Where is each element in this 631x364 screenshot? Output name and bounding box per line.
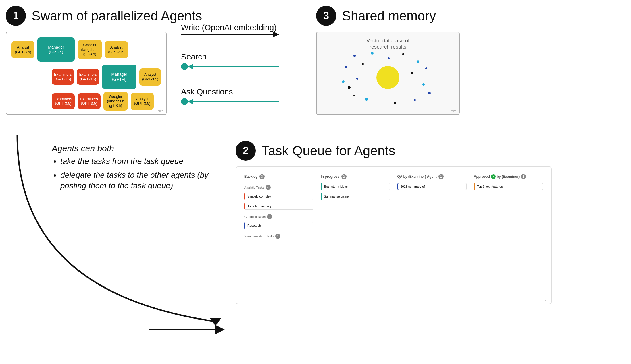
approved-label: Approved (474, 175, 490, 179)
memory-watermark: miro (451, 109, 456, 113)
swarm-diagram: Analyst(GPT-3.5) Manager(GPT-4) Googler(… (6, 32, 167, 115)
dot18 (414, 99, 416, 101)
dot3 (388, 57, 390, 59)
write-arrow (181, 34, 279, 35)
backlog-count: 3 (259, 174, 265, 179)
dot14 (422, 83, 425, 86)
examiners1-box: Examiners(GPT-3.5) (52, 69, 74, 85)
italic-text-block: Agents can both take the tasks from the … (52, 144, 213, 194)
ask-arrow (181, 98, 279, 105)
italic-main: Agents can both (52, 144, 213, 153)
approved-header: Approved ✓ by (Examiner) 1 (474, 174, 543, 179)
qa-count: 1 (438, 174, 444, 179)
badge-1: 1 (6, 6, 26, 26)
approved-col: Approved ✓ by (Examiner) 1 Top 3 key fea… (470, 172, 547, 299)
backlog-header: Backlog 3 (244, 174, 313, 179)
search-arrow (181, 63, 279, 70)
taskqueue-watermark: miro (543, 299, 548, 302)
arrows-section: Write (OpenAI embedding) Search Ask Ques… (181, 23, 302, 105)
task-simplify: Simplify complex (244, 193, 313, 200)
inprogress-header: In progress 2 (321, 174, 390, 179)
section1-swarm: 1 Swarm of parallelized Agents Analyst(G… (6, 6, 202, 115)
big-arrow-line (149, 329, 224, 330)
inprogress-count: 2 (341, 174, 347, 179)
inprogress-col: In progress 2 Brainstorm ideas Summarise… (317, 172, 394, 299)
analytic-tasks-label: Analytic Tasks 4 (244, 185, 313, 190)
vector-center-dot (376, 66, 399, 89)
dot13 (348, 86, 351, 89)
task-2023: 2023 summary of (397, 183, 467, 190)
summarisation-tasks-label: Summarisation Tasks 1 (244, 234, 313, 239)
dot2 (371, 52, 374, 55)
badge-2: 2 (236, 141, 256, 161)
task-determine: To determine key (244, 203, 313, 210)
analyst1-box: Analyst(GPT-3.5) (11, 41, 34, 58)
dot5 (417, 60, 419, 63)
write-line (181, 34, 279, 35)
examiners2-box: Examiners(GPT-3.5) (77, 69, 99, 85)
dot1 (353, 55, 356, 57)
write-label: Write (OpenAI embedding) (181, 23, 277, 32)
analyst3-box: Analyst(GPT-3.5) (139, 68, 161, 86)
googling-tasks-label: Googling Tasks 2 (244, 214, 313, 219)
dot4 (402, 53, 404, 55)
dot12 (356, 78, 358, 80)
memory-diagram: Vector database ofresearch results miro (316, 32, 460, 115)
inprogress-label: In progress (321, 175, 339, 179)
qa-col: QA by (Examiner) Agent 1 2023 summary of (394, 172, 470, 299)
dot15 (428, 92, 431, 94)
search-label: Search (181, 52, 207, 61)
examiners3-box: Examiners(GPT-3.5) (52, 93, 75, 109)
section1-title: Swarm of parallelized Agents (32, 8, 202, 24)
section3-title: Shared memory (342, 8, 436, 24)
section3-memory: 3 Shared memory Vector database ofresear… (316, 6, 460, 115)
bullet2: delegate the tasks to the other agents (… (60, 170, 213, 191)
examiners4-box: Examiners(GPT-3.5) (78, 93, 101, 109)
ask-arrow-item: Ask Questions (181, 87, 302, 105)
backlog-col: Backlog 3 Analytic Tasks 4 Simplify comp… (241, 172, 317, 299)
qa-label: QA by (Examiner) Agent (397, 175, 437, 179)
googler2-box: Googler(langchaingpt-3.5) (103, 92, 128, 111)
dot11 (342, 80, 345, 83)
ask-label: Ask Questions (181, 87, 233, 96)
dot7 (362, 63, 364, 65)
vector-viz (336, 46, 440, 109)
dot19 (394, 102, 396, 104)
swarm-watermark: miro (158, 109, 163, 113)
analyst2-box: Analyst(GPT-3.5) (105, 41, 128, 58)
manager2-box: Manager(GPT-4) (102, 65, 137, 89)
approved-sublabel: by (Examiner) (497, 175, 520, 179)
task-brainstorm: Brainstorm ideas (321, 183, 390, 190)
task-summarise: Summarise game (321, 193, 390, 200)
search-line (188, 66, 279, 67)
approved-count: 1 (521, 174, 526, 179)
manager1-box: Manager(GPT-4) (37, 37, 75, 62)
googler1-box: Googler(langchaingpt-3.5) (78, 40, 102, 59)
task-queue-board: Backlog 3 Analytic Tasks 4 Simplify comp… (236, 166, 552, 304)
qa-header: QA by (Examiner) Agent 1 (397, 174, 467, 179)
backlog-label: Backlog (244, 175, 258, 179)
bottom-arrow (149, 324, 236, 335)
ask-line (188, 101, 279, 102)
task-top3: Top 3 key features (474, 183, 543, 190)
dot16 (353, 95, 355, 96)
analyst4-box: Analyst(GPT-3.5) (131, 93, 154, 110)
write-arrow-item: Write (OpenAI embedding) (181, 23, 302, 35)
check-icon: ✓ (491, 174, 496, 179)
search-dot (181, 63, 188, 70)
ask-dot (181, 98, 188, 105)
dot17 (365, 98, 368, 101)
badge-3: 3 (316, 6, 336, 26)
dot6 (345, 66, 347, 68)
bullet1: take the tasks from the task queue (60, 156, 213, 166)
search-arrow-item: Search (181, 52, 302, 70)
section2-title: Task Queue for Agents (261, 143, 395, 158)
dot10 (411, 72, 413, 74)
task-research: Research (244, 222, 313, 229)
dot9 (425, 67, 427, 69)
section2-taskqueue: 2 Task Queue for Agents Backlog 3 Analyt… (236, 141, 552, 304)
